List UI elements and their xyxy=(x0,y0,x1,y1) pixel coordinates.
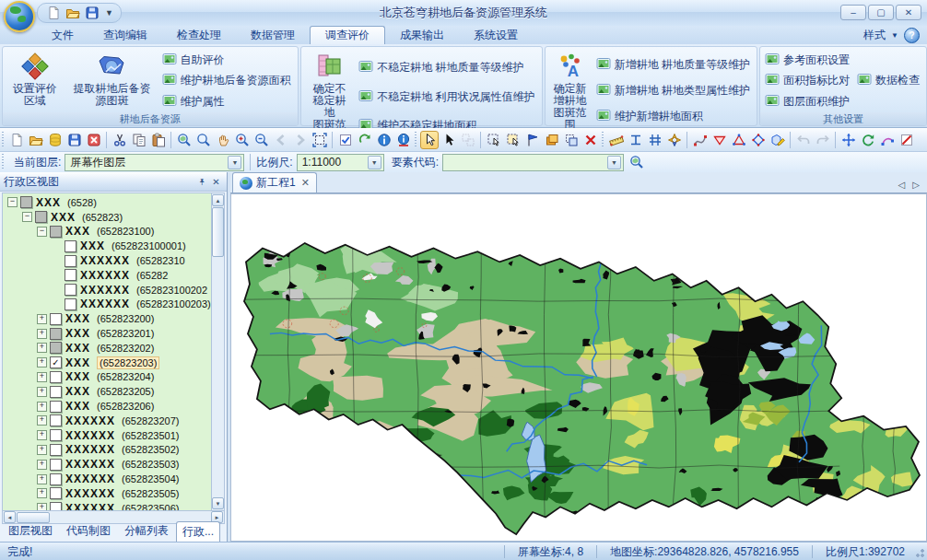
tree-checkbox[interactable] xyxy=(50,429,62,441)
panel-tab[interactable]: 行政... xyxy=(176,521,220,542)
feature-code-combobox[interactable]: ▼ xyxy=(442,154,624,171)
select-cursor-icon[interactable] xyxy=(420,131,439,149)
tree-expander-icon[interactable]: + xyxy=(37,474,47,484)
tree-row[interactable]: +XXX(652823205) xyxy=(3,384,211,399)
tree-row[interactable]: XXXXXX(652823100203) xyxy=(3,298,211,312)
tree-row[interactable]: +XXXXXX(652823207) xyxy=(3,414,211,428)
ribbon-small-button[interactable]: 参考面积设置 xyxy=(763,51,853,70)
tree-row[interactable]: +XXXXXX(652823505) xyxy=(3,486,211,501)
tree-expander-icon[interactable]: + xyxy=(37,415,47,426)
map-canvas[interactable] xyxy=(230,193,927,542)
save-button[interactable] xyxy=(84,5,100,21)
tree-checkbox[interactable] xyxy=(50,473,62,485)
tree-expander-icon[interactable]: − xyxy=(22,212,32,222)
ribbon-small-button[interactable]: 面积指标比对 xyxy=(763,71,853,90)
copy-icon[interactable] xyxy=(130,131,148,149)
tree-expander-icon[interactable]: + xyxy=(37,503,47,510)
toolbar-grip[interactable] xyxy=(2,132,4,148)
move-tool-icon[interactable] xyxy=(839,131,858,149)
tree-checkbox[interactable] xyxy=(50,401,62,413)
panel-tab[interactable]: 图层视图 xyxy=(2,520,59,542)
tree-row[interactable]: +XXXXXX(652823502) xyxy=(3,443,211,458)
reshape-tool-icon[interactable] xyxy=(878,131,897,149)
pointer-icon[interactable] xyxy=(440,131,458,149)
tree-checkbox[interactable] xyxy=(50,356,62,368)
tree-checkbox[interactable] xyxy=(65,298,76,310)
close-icon[interactable]: ✕ xyxy=(209,175,223,189)
set-evaluation-area-button[interactable]: 设置评价区域 xyxy=(6,49,64,112)
feature-search-button[interactable] xyxy=(628,153,646,171)
copy-feature-icon[interactable] xyxy=(543,131,561,149)
grid-tool-icon[interactable] xyxy=(646,131,664,149)
panel-tab[interactable]: 分幅列表 xyxy=(118,520,175,542)
tree-expander-icon[interactable]: + xyxy=(37,314,47,324)
ribbon-small-button[interactable]: 新增耕地 耕地质量等级维护 xyxy=(594,55,754,75)
chevron-down-icon[interactable]: ▼ xyxy=(228,156,241,169)
map-document-tab[interactable]: 新工程1 ✕ xyxy=(232,172,317,192)
select-element-icon[interactable] xyxy=(485,131,503,149)
tree-row[interactable]: +XXXXXX(652823501) xyxy=(3,428,211,443)
style-menu[interactable]: 样式 xyxy=(863,28,886,43)
clear-selection-icon[interactable] xyxy=(898,131,916,149)
check-tool-icon[interactable] xyxy=(336,131,355,149)
tree-row[interactable]: XXXXXX(65282 xyxy=(3,268,211,283)
spline-tool-icon[interactable] xyxy=(691,131,710,149)
measure-icon[interactable] xyxy=(607,131,626,149)
ribbon-small-button[interactable]: 数据检查 xyxy=(855,71,923,90)
ribbon-tab[interactable]: 调查评价 xyxy=(310,26,385,44)
cut-icon[interactable] xyxy=(111,131,129,149)
scroll-down-icon[interactable]: ▼ xyxy=(212,497,224,509)
tree-row[interactable]: +XXX(652823202) xyxy=(3,341,211,356)
goto-flag-icon[interactable] xyxy=(523,131,542,149)
tree-expander-icon[interactable]: + xyxy=(37,372,47,382)
tree-row[interactable]: −XXX(652823) xyxy=(3,210,211,225)
tree-expander-icon[interactable]: + xyxy=(37,402,47,412)
help-icon[interactable]: ? xyxy=(904,28,920,43)
full-extent-icon[interactable] xyxy=(311,131,329,149)
ribbon-tab[interactable]: 系统设置 xyxy=(459,26,533,44)
ribbon-tab[interactable]: 数据管理 xyxy=(236,26,310,44)
qat-customize-caret-icon[interactable]: ▼ xyxy=(105,8,113,18)
tab-scroll-right-icon[interactable]: ▷ xyxy=(912,180,920,190)
panel-tab[interactable]: 代码制图 xyxy=(60,520,117,542)
ribbon-small-button[interactable]: 新增耕地 耕地类型属性维护 xyxy=(594,81,754,100)
database-icon[interactable] xyxy=(46,131,65,149)
tree-expander-icon[interactable]: + xyxy=(37,343,47,353)
tree-expander-icon[interactable]: + xyxy=(37,488,47,498)
zoom-in-icon[interactable] xyxy=(233,131,252,149)
style-caret-icon[interactable]: ▼ xyxy=(891,31,898,40)
ribbon-small-button[interactable]: 不稳定耕地 利用状况属性值维护 xyxy=(357,88,538,107)
tree-vertical-scrollbar[interactable]: ▲ ▼ xyxy=(211,193,224,510)
tree-checkbox[interactable] xyxy=(50,313,62,325)
save-icon[interactable] xyxy=(65,131,84,149)
tab-scroll-left-icon[interactable]: ◁ xyxy=(898,180,906,190)
app-logo-globe-icon[interactable] xyxy=(4,1,35,32)
ribbon-tab[interactable]: 文件 xyxy=(37,26,88,44)
tree-row[interactable]: −XXX(6528) xyxy=(3,195,211,210)
confirm-newland-extent-button[interactable]: A确定新增耕地 图斑范围 xyxy=(548,49,593,133)
tree-row[interactable]: XXX(652823100001) xyxy=(3,239,211,253)
diamond-tool-icon[interactable] xyxy=(749,131,768,149)
open-folder-button[interactable] xyxy=(65,5,81,21)
toolbar-grip[interactable] xyxy=(602,132,604,148)
tree-row[interactable]: −XXX(652823100) xyxy=(3,225,211,239)
tree-row[interactable]: XXXXXX(65282310 xyxy=(3,253,211,268)
ribbon-small-button[interactable]: 不稳定耕地 耕地质量等级维护 xyxy=(357,58,538,77)
zoom-out-icon[interactable] xyxy=(252,131,271,149)
undo-icon[interactable] xyxy=(794,131,813,149)
tree-row[interactable]: +XXXXXX(652823504) xyxy=(3,472,211,486)
move-feature-icon[interactable] xyxy=(562,131,581,149)
open-folder-icon[interactable] xyxy=(27,131,45,149)
compass-3d-icon[interactable] xyxy=(665,131,684,149)
tree-checkbox[interactable] xyxy=(65,269,76,281)
chevron-down-icon[interactable]: ▼ xyxy=(607,156,621,169)
paste-icon[interactable] xyxy=(149,131,168,149)
tree-checkbox[interactable] xyxy=(65,240,76,252)
tree-expander-icon[interactable]: − xyxy=(37,227,47,237)
tree-row[interactable]: +XXXXXX(652823506) xyxy=(3,501,211,510)
ribbon-tab[interactable]: 查询编辑 xyxy=(88,26,162,44)
tree-checkbox[interactable] xyxy=(50,342,62,354)
toolbar-grip[interactable] xyxy=(2,154,4,170)
close-button[interactable]: ✕ xyxy=(896,5,921,20)
ribbon-small-button[interactable]: 维护新增耕地面积 xyxy=(594,107,754,126)
